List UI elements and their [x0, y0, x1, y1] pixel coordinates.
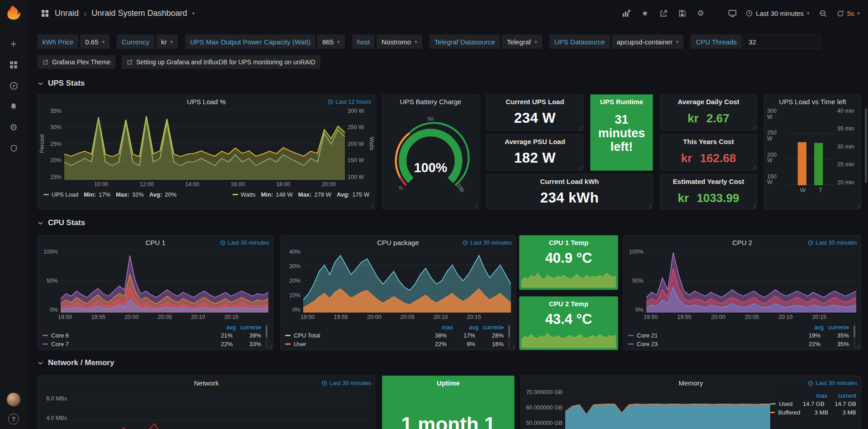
variable-value-dropdown[interactable]: kr▾ [156, 34, 178, 49]
legend-series-name[interactable]: CPU Total [294, 332, 418, 339]
legend-series[interactable]: Watts Min:148 W Max:278 W Avg:175 W [233, 191, 369, 198]
add-panel-icon[interactable] [621, 9, 631, 19]
legend-series-name[interactable]: User [294, 341, 418, 347]
caret-down-icon[interactable]: ▾ [192, 11, 195, 16]
legend-sort-column[interactable]: avg [210, 324, 236, 331]
share-icon[interactable] [658, 9, 668, 19]
y-axis-right: 300 W 250 W 200 W 150 W 100 W [345, 108, 368, 180]
tv-cycle-icon[interactable] [727, 9, 737, 19]
panel-title[interactable]: UPS Load vs Time left [779, 98, 846, 106]
legend-value: 14.7 GB [796, 400, 824, 407]
panel-time-override: Last 30 minutes [220, 239, 269, 246]
variable-value-dropdown[interactable]: 0.65▾ [80, 34, 110, 49]
section-network-memory[interactable]: Network / Memory [38, 358, 114, 367]
ups-load-chart[interactable] [64, 108, 345, 180]
dashboard-link[interactable]: Setting up Grafana and InfluxDB for UPS … [122, 55, 320, 69]
legend-value: 21% [207, 332, 233, 339]
panel-title[interactable]: CPU package [377, 239, 419, 246]
dashboard-link[interactable]: Grafana Plex Theme [38, 55, 115, 69]
panel-title[interactable]: Current Load kWh [540, 178, 599, 185]
dashboard-settings-gear-icon[interactable]: ⚙ [696, 9, 706, 19]
panel-title[interactable]: CPU 1 Temp [549, 239, 588, 246]
legend-series-name[interactable]: Core 6 [51, 332, 204, 339]
user-avatar[interactable] [7, 393, 20, 406]
panel-title[interactable]: UPS Battery Charge [400, 98, 462, 106]
legend-scrollbar[interactable] [266, 323, 267, 348]
cpu-threads-input[interactable] [744, 34, 820, 49]
help-icon[interactable]: ? [8, 414, 19, 424]
panel-average-psu-load: Average PSU Load 182 W [486, 134, 584, 171]
legend-series-name[interactable]: Core 23 [637, 341, 792, 347]
time-picker[interactable]: Last 30 minutes ▾ [746, 10, 809, 17]
configuration-gear-icon[interactable]: ⚙ [0, 117, 27, 138]
legend-series-name[interactable]: Core 7 [51, 341, 204, 347]
section-ups-stats[interactable]: UPS Stats [38, 79, 85, 88]
legend-value: 32% [132, 191, 144, 198]
axis-tick: 300 W [767, 108, 783, 120]
chevron-down-icon [38, 81, 43, 87]
network-chart[interactable] [70, 390, 370, 429]
cpu1-chart[interactable] [61, 249, 268, 313]
legend-sort-column[interactable]: current▾ [824, 324, 849, 331]
panel-title[interactable]: Average PSU Load [505, 138, 565, 145]
legend-sort-column[interactable]: avg [798, 324, 824, 331]
breadcrumb-app[interactable]: Unraid [55, 9, 79, 18]
panel-time-override: Last 30 minutes [322, 380, 371, 386]
legend-sort-column[interactable]: max [798, 392, 827, 399]
save-icon[interactable] [677, 9, 687, 19]
variable-value-dropdown[interactable]: apcupsd-container▾ [612, 34, 684, 49]
panel-title[interactable]: Average Daily Cost [677, 98, 739, 106]
explore-compass-icon[interactable] [0, 75, 27, 96]
legend-sort-column[interactable]: max [428, 324, 453, 331]
alerting-bell-icon[interactable] [0, 96, 27, 117]
legend-sort-column[interactable]: current [827, 392, 856, 399]
dashboard-title[interactable]: Unraid System Dashboard [91, 9, 187, 18]
grafana-logo-icon[interactable] [5, 5, 22, 22]
legend-series[interactable]: UPS Load Min:17% Max:32% Avg:20% [43, 191, 176, 198]
axis-tick: 20:10 [434, 314, 448, 320]
server-admin-shield-icon[interactable] [0, 138, 27, 159]
panel-title[interactable]: Estimated Yearly Cost [673, 178, 744, 185]
dashboards-icon[interactable] [0, 54, 27, 75]
panel-title[interactable]: CPU 2 Temp [549, 300, 588, 308]
panel-time-override: Last 30 minutes [463, 239, 512, 246]
series-marker [770, 412, 775, 413]
axis-tick: 70.000000 GB [526, 390, 563, 395]
dashboard-grid-icon[interactable] [40, 9, 50, 19]
panel-title[interactable]: CPU 1 [145, 239, 165, 246]
panel-title[interactable]: Uptime [437, 379, 460, 387]
legend-scrollbar[interactable] [854, 323, 855, 348]
legend-series-name[interactable]: Used [779, 400, 792, 407]
cpu-package-chart[interactable] [303, 249, 511, 313]
legend-series-name[interactable]: Buffered [778, 409, 800, 416]
page-scrollbar[interactable] [865, 108, 867, 183]
star-icon[interactable]: ★ [640, 9, 650, 19]
cpu2-chart[interactable] [646, 249, 856, 313]
memory-chart[interactable] [565, 390, 770, 429]
ups-load-vs-time-chart[interactable] [786, 108, 835, 185]
legend-scrollbar[interactable] [508, 323, 510, 348]
panel-title[interactable]: This Years Cost [683, 138, 734, 145]
panel-title[interactable]: Current UPS Load [506, 98, 564, 106]
axis-tick: 15% [50, 174, 62, 180]
section-cpu-stats[interactable]: CPU Stats [38, 218, 85, 227]
refresh-picker[interactable]: 5s ▾ [837, 10, 860, 17]
legend-sort-column[interactable]: avg [453, 324, 478, 331]
axis-tick: 25% [50, 141, 62, 147]
panel-title[interactable]: CPU 2 [732, 239, 752, 246]
add-icon[interactable]: + [0, 34, 27, 54]
panel-title[interactable]: Memory [678, 379, 703, 387]
panel-title[interactable]: UPS Load % [187, 98, 226, 106]
panel-title[interactable]: Network [194, 379, 219, 387]
legend-sort-column[interactable]: current▾ [478, 324, 504, 331]
variable-value-dropdown[interactable]: 865▾ [317, 34, 345, 49]
panel-title[interactable]: UPS Runtime [600, 98, 643, 106]
zoom-out-icon[interactable] [818, 9, 828, 19]
legend-series-name[interactable]: Core 21 [637, 332, 792, 339]
axis-tick: 14:00 [185, 181, 199, 188]
series-marker [43, 343, 48, 345]
sort-caret-icon: ▾ [846, 325, 849, 330]
variable-value-dropdown[interactable]: Nostromo▾ [377, 34, 422, 49]
legend-sort-column[interactable]: current▾ [236, 324, 261, 331]
variable-value-dropdown[interactable]: Telegraf▾ [502, 34, 542, 49]
